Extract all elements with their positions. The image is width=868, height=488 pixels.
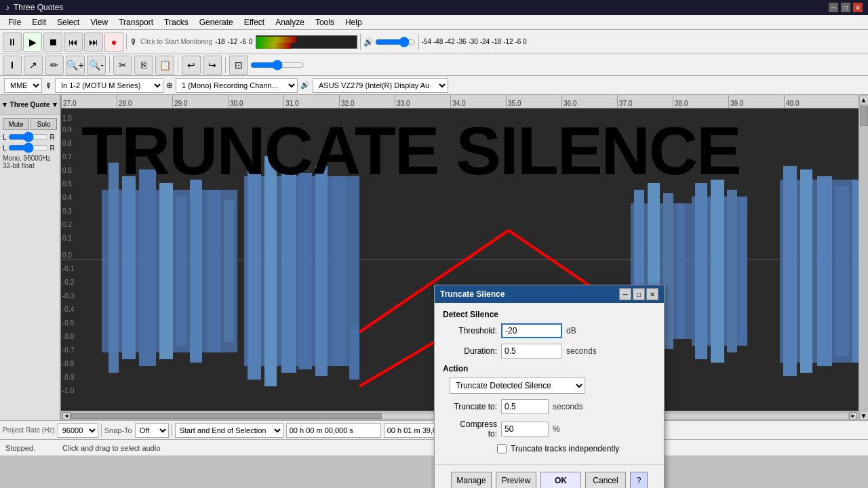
scrollbar-thumb[interactable]: [71, 413, 382, 419]
duration-input[interactable]: [501, 344, 562, 359]
preview-button[interactable]: Preview: [496, 472, 536, 488]
svg-rect-54: [852, 180, 859, 363]
volume-r-label: R: [50, 134, 55, 141]
manage-button[interactable]: Manage: [451, 472, 492, 488]
mute-button[interactable]: Mute: [3, 118, 29, 130]
track-info: Mono, 96000Hz 32-bit float: [3, 155, 57, 169]
select-tool-button[interactable]: I: [3, 56, 22, 75]
svg-text:-0.4: -0.4: [62, 306, 75, 313]
menu-effect[interactable]: Effect: [239, 16, 270, 28]
dialog-maximize-button[interactable]: □: [633, 288, 645, 300]
pan-slider[interactable]: [8, 144, 49, 152]
action-dropdown[interactable]: Truncate Detected Silence Add Labels at …: [450, 378, 585, 394]
dialog-title-controls: ─ □ ✕: [619, 288, 658, 300]
menu-help[interactable]: Help: [340, 16, 368, 28]
dialog-minimize-button[interactable]: ─: [619, 288, 631, 300]
ok-button[interactable]: OK: [540, 472, 581, 488]
scroll-up-button[interactable]: ▲: [859, 95, 869, 104]
close-button[interactable]: ✕: [853, 3, 863, 12]
threshold-input[interactable]: [501, 323, 562, 338]
paste-button[interactable]: 📋: [155, 56, 174, 75]
skip-back-button[interactable]: ⏮: [64, 33, 83, 52]
svg-rect-51: [800, 169, 812, 373]
vscroll-thumb[interactable]: [860, 106, 868, 126]
menu-analyze[interactable]: Analyze: [270, 16, 310, 28]
pan-l-label: L: [3, 144, 7, 152]
skip-forward-button[interactable]: ⏭: [84, 33, 103, 52]
menu-tools[interactable]: Tools: [310, 16, 340, 28]
snap-label: Snap-To: [104, 426, 132, 434]
svg-rect-42: [663, 193, 673, 349]
scroll-left-button[interactable]: ◄: [62, 412, 71, 420]
menu-generate[interactable]: Generate: [194, 16, 239, 28]
start-time-input[interactable]: [286, 423, 381, 438]
zoom-slider[interactable]: [250, 60, 304, 70]
draw-tool-button[interactable]: ✏: [45, 56, 64, 75]
compress-to-label: Compress to:: [450, 420, 497, 439]
checkbox-label: Truncate tracks independently: [511, 444, 619, 453]
solo-button[interactable]: Solo: [31, 118, 57, 130]
zoom-in-button[interactable]: 🔍+: [66, 56, 85, 75]
record-button[interactable]: ●: [104, 33, 123, 52]
checkbox-row: Truncate tracks independently: [443, 444, 656, 453]
zoom-fit-button[interactable]: ⊡: [229, 56, 248, 75]
compress-to-input[interactable]: [501, 422, 549, 436]
menu-select[interactable]: Select: [52, 16, 85, 28]
zoom-out-button[interactable]: 🔍-: [87, 56, 106, 75]
undo-button[interactable]: ↩: [182, 56, 201, 75]
device-bar: MME 🎙 In 1-2 (MOTU M Series) ⊕ 1 (Mono) …: [0, 76, 868, 95]
pan-row: L R: [3, 144, 57, 152]
volume-slider[interactable]: [8, 133, 49, 141]
svg-rect-37: [332, 176, 346, 366]
help-button[interactable]: ?: [630, 472, 648, 488]
cancel-button[interactable]: Cancel: [585, 472, 626, 488]
vu-meter-display: [256, 35, 357, 49]
threshold-label: Threshold:: [450, 326, 497, 336]
output-device-select[interactable]: ASUS VZ279 (Intel(R) Display Au: [313, 78, 448, 93]
output-volume-slider[interactable]: [375, 37, 416, 47]
dialog-titlebar: Truncate Silence ─ □ ✕: [435, 285, 664, 303]
snap-select[interactable]: Off: [135, 423, 169, 438]
track-header: ▾ Three Quote ▾: [0, 95, 60, 115]
vertical-scrollbar[interactable]: ▲ ▼: [859, 95, 868, 420]
menu-file[interactable]: File: [3, 16, 26, 28]
threshold-unit: dB: [566, 326, 576, 336]
maximize-button[interactable]: □: [841, 3, 850, 12]
svg-rect-36: [315, 166, 328, 376]
minimize-button[interactable]: ─: [829, 3, 838, 12]
scroll-right-button[interactable]: ►: [849, 412, 857, 420]
ruler-mark: 29.0: [172, 95, 187, 108]
dialog-close-button[interactable]: ✕: [646, 288, 658, 300]
svg-rect-47: [727, 190, 737, 352]
stop-button[interactable]: ⏹: [43, 33, 62, 52]
rate-select[interactable]: 96000: [58, 423, 98, 438]
truncate-independently-checkbox[interactable]: [497, 444, 507, 453]
svg-rect-43: [677, 203, 685, 339]
truncate-to-input[interactable]: [501, 399, 549, 414]
ruler-mark: 40.0: [784, 95, 799, 108]
menu-edit[interactable]: Edit: [26, 16, 52, 28]
input-device-select[interactable]: In 1-2 (MOTU M Series): [55, 78, 163, 93]
menu-transport[interactable]: Transport: [113, 16, 159, 28]
compress-to-unit: %: [553, 424, 560, 434]
svg-text:0.4: 0.4: [62, 194, 72, 201]
track-name: Three Quote: [10, 101, 50, 108]
svg-text:-0.5: -0.5: [62, 319, 75, 327]
play-button[interactable]: ▶: [23, 33, 42, 52]
redo-button[interactable]: ↪: [203, 56, 222, 75]
envelope-tool-button[interactable]: ↗: [24, 56, 43, 75]
scroll-down-button[interactable]: ▼: [859, 411, 869, 420]
cut-button[interactable]: ✂: [113, 56, 132, 75]
track-menu-icon[interactable]: ▾: [53, 100, 57, 109]
svg-rect-23: [108, 163, 119, 373]
driver-select[interactable]: MME: [4, 78, 42, 93]
copy-button[interactable]: ⎘: [134, 56, 153, 75]
channel-select[interactable]: 1 (Mono) Recording Chann...: [176, 78, 298, 93]
track-collapse-icon[interactable]: ▾: [3, 100, 7, 109]
menu-tracks[interactable]: Tracks: [159, 16, 194, 28]
pause-button[interactable]: ⏸: [3, 33, 22, 52]
selection-type-select[interactable]: Start and End of Selection: [175, 423, 283, 438]
svg-rect-24: [122, 176, 136, 359]
menu-view[interactable]: View: [85, 16, 113, 28]
speaker-icon: 🔊: [363, 37, 374, 47]
